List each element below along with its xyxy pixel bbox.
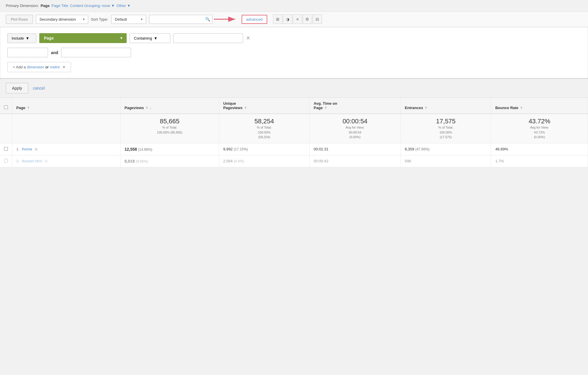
row2-unique-pct: (4.4%) xyxy=(234,159,244,163)
row1-entrances-pct: (47.56%) xyxy=(415,147,430,151)
totals-entrances-sub: % of Total:100.00%(17,575) xyxy=(405,125,487,140)
unique-help-icon: ? xyxy=(245,106,247,110)
filter-and-row: and xyxy=(7,48,581,57)
totals-bounce-sub: Avg for View:43.72%(0.00%) xyxy=(495,125,584,140)
filter-view-button[interactable]: ⚙ xyxy=(303,15,312,24)
other-arrow-icon: ▼ xyxy=(127,3,131,8)
filter-and-left-input[interactable] xyxy=(7,48,48,57)
copy-icon[interactable]: ⧉ xyxy=(35,147,38,151)
row2-num: 2. xyxy=(16,159,20,163)
filter-clear-button[interactable]: ✕ xyxy=(246,35,250,41)
condition-label: Containing xyxy=(134,36,152,40)
row1-avgtime-cell: 00:01:31 xyxy=(309,143,401,155)
row1-entrances: 8,359 xyxy=(405,147,415,151)
row2-pageviews-cell: 8,019 (9.65%) xyxy=(120,155,219,167)
advanced-button[interactable]: advanced xyxy=(242,15,267,24)
col-entrances: Entrances ? xyxy=(401,98,491,114)
pie-view-button[interactable]: ◑ xyxy=(283,15,292,24)
totals-bounce-cell: 43.72% Avg for View:43.72%(0.00%) xyxy=(491,114,588,143)
row2-unique: 2,584 xyxy=(223,159,233,163)
plot-rows-button[interactable]: Plot Rows xyxy=(6,15,33,24)
bounce-help-icon: ? xyxy=(520,106,522,110)
content-grouping[interactable]: Content Grouping: none ▼ xyxy=(70,3,115,8)
row1-checkbox[interactable] xyxy=(4,147,8,151)
cancel-link[interactable]: cancel xyxy=(33,86,45,90)
pageviews-sort-icon[interactable]: ↓ xyxy=(150,106,151,110)
select-all-checkbox[interactable] xyxy=(4,105,8,109)
row2-entrances: 598 xyxy=(405,159,411,163)
row1-unique-pct: (17.15%) xyxy=(234,147,248,151)
col-bounce: Bounce Rate ? xyxy=(491,98,588,114)
totals-unique-sub: % of Total:100.00%(58,254) xyxy=(223,125,305,140)
include-label: Include xyxy=(12,36,24,40)
copy-icon[interactable]: ⧉ xyxy=(45,159,47,163)
filter-icon: ⚙ xyxy=(305,17,309,22)
row2-avgtime-cell: 00:00:42 xyxy=(309,155,401,167)
row2-bounce: 1.7% xyxy=(495,159,504,163)
secondary-dimension-wrapper: Secondary dimension ▼ xyxy=(36,15,88,24)
row2-unique-cell: 2,584 (4.4%) xyxy=(219,155,309,167)
row2-pageviews: 8,019 xyxy=(125,159,135,163)
other-label: Other xyxy=(116,3,126,8)
sort-type-select[interactable]: Default xyxy=(111,15,146,24)
row2-entrances-cell: 598 xyxy=(401,155,491,167)
totals-row: 85,665 % of Total:100.00% (85,665) 58,25… xyxy=(0,114,588,143)
sort-type-label: Sort Type: xyxy=(91,17,108,22)
row1-bounce: 48.89% xyxy=(495,147,508,151)
columns-icon: ⊟ xyxy=(316,17,319,22)
avgtime-help-icon: ? xyxy=(325,106,327,110)
search-input[interactable] xyxy=(149,15,212,24)
row1-pageviews-cell: 12,558 (14.66%) xyxy=(120,143,219,155)
row2-page-link[interactable]: /basket.html xyxy=(22,159,42,163)
row1-page-link[interactable]: /home xyxy=(22,147,32,151)
add-plus: + Add a xyxy=(13,65,26,69)
red-arrow-annotation xyxy=(212,15,239,23)
row2-avgtime: 00:00:42 xyxy=(314,159,329,163)
content-grouping-arrow-icon: ▼ xyxy=(111,3,115,8)
totals-unique: 58,254 xyxy=(223,118,305,125)
dimension-select[interactable]: Page xyxy=(39,33,127,43)
add-dimension-button[interactable]: + Add a dimension or metric ▼ xyxy=(7,62,71,72)
list-view-button[interactable]: ≡ xyxy=(293,15,302,24)
include-arrow-icon: ▼ xyxy=(26,36,29,40)
totals-pageviews-cell: 85,665 % of Total:100.00% (85,665) xyxy=(120,114,219,143)
totals-page-cell xyxy=(12,114,121,143)
or-label: or xyxy=(45,65,49,69)
row1-entrances-cell: 8,359 (47.56%) xyxy=(401,143,491,155)
filter-value-input[interactable] xyxy=(173,33,243,43)
columns-view-button[interactable]: ⊟ xyxy=(313,15,322,24)
filter-row-1: Include ▼ Page ▼ Containing ▼ ✕ xyxy=(7,33,581,43)
other-button[interactable]: Other ▼ xyxy=(116,3,130,8)
row1-pageviews-pct: (14.66%) xyxy=(138,147,152,152)
row1-avgtime: 00:01:31 xyxy=(314,147,329,151)
condition-button[interactable]: Containing ▼ xyxy=(130,33,170,43)
secondary-dimension-select[interactable]: Secondary dimension xyxy=(36,15,88,24)
search-wrapper: 🔍 xyxy=(149,15,212,24)
filter-and-label: and xyxy=(51,50,58,55)
sort-type-wrapper: Default ▼ xyxy=(111,15,146,24)
table-header-row: Page ? Pageviews ? ↓ UniquePageviews ? A… xyxy=(0,98,588,114)
totals-entrances-cell: 17,575 % of Total:100.00%(17,575) xyxy=(401,114,491,143)
metric-link: metric xyxy=(50,65,60,69)
add-dim-arrow-icon: ▼ xyxy=(63,65,65,69)
col-pageviews-label: Pageviews xyxy=(125,106,144,110)
row1-unique-cell: 9,992 (17.15%) xyxy=(219,143,309,155)
row2-checkbox[interactable] xyxy=(4,159,8,163)
apply-cancel-bar: Apply cancel xyxy=(0,78,588,98)
grid-icon: ⊞ xyxy=(276,17,279,22)
include-button[interactable]: Include ▼ xyxy=(7,33,36,43)
apply-button[interactable]: Apply xyxy=(6,83,28,93)
row1-checkbox-cell xyxy=(0,143,12,155)
table-row: 2. /basket.html ⧉ 8,019 (9.65%) 2,584 (4… xyxy=(0,155,588,167)
close-icon: ✕ xyxy=(246,35,250,41)
data-table: Page ? Pageviews ? ↓ UniquePageviews ? A… xyxy=(0,98,588,167)
list-icon: ≡ xyxy=(296,17,299,22)
toolbar: Plot Rows Secondary dimension ▼ Sort Typ… xyxy=(0,12,588,27)
grid-view-button[interactable]: ⊞ xyxy=(273,15,282,24)
page-title-link[interactable]: Page Title xyxy=(52,3,68,8)
col-page: Page ? xyxy=(12,98,121,114)
filter-and-right-input[interactable] xyxy=(61,48,131,57)
totals-avgtime: 00:00:54 xyxy=(314,118,396,125)
search-button[interactable]: 🔍 xyxy=(205,17,210,22)
col-entrances-label: Entrances xyxy=(405,106,423,110)
